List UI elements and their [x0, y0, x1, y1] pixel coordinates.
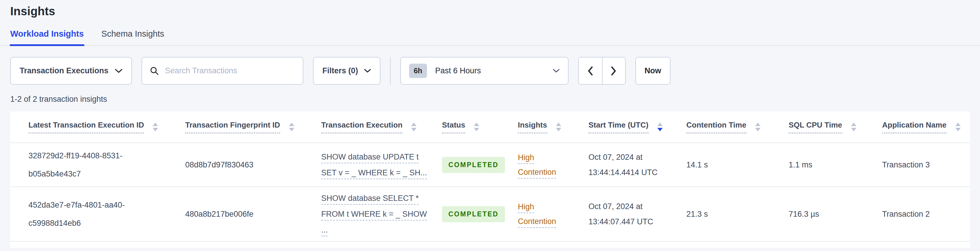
page-title: Insights	[10, 5, 980, 18]
application-name: Transaction 3	[882, 160, 930, 169]
chevron-down-icon	[553, 69, 560, 73]
column-header-contention-time[interactable]: Contention Time	[686, 120, 746, 133]
time-range-label: Past 6 Hours	[435, 66, 544, 75]
tab-workload-insights[interactable]: Workload Insights	[10, 29, 84, 45]
transaction-execution-link[interactable]: SET v = _ WHERE k = _ SH...	[321, 165, 427, 181]
status-badge: COMPLETED	[442, 206, 505, 222]
transaction-execution-link[interactable]: SHOW database SELECT *	[321, 190, 419, 206]
chevron-down-icon	[364, 69, 371, 73]
tab-schema-insights[interactable]: Schema Insights	[102, 29, 164, 45]
table-footer	[10, 241, 970, 248]
chevron-down-icon	[115, 69, 123, 73]
table-row: 328729d2-ff19-4408-8531-b05a5b4e43c7 08d…	[10, 143, 970, 187]
start-time: Oct 07, 2024 at 13:44:07.447 UTC	[589, 199, 675, 229]
sort-icon[interactable]	[411, 123, 417, 131]
contention-time: 14.1 s	[686, 160, 708, 169]
time-range-badge: 6h	[409, 64, 427, 78]
now-button-label: Now	[644, 66, 661, 75]
next-range-button[interactable]	[602, 58, 625, 84]
column-header-transaction-execution[interactable]: Transaction Execution	[321, 120, 402, 133]
chevron-left-icon	[587, 66, 593, 76]
transaction-execution-link[interactable]: FROM t WHERE k = _ SHOW	[321, 206, 427, 222]
search-icon	[150, 66, 159, 76]
sql-cpu-time: 1.1 ms	[789, 160, 812, 169]
tab-bar: Workload Insights Schema Insights	[0, 29, 980, 46]
search-input[interactable]	[165, 66, 295, 75]
latest-execution-id: 452da3e7-e7fa-4801-aa40-c59988d14eb6	[29, 196, 166, 232]
tab-label: Schema Insights	[102, 29, 164, 38]
sort-icon[interactable]	[289, 123, 294, 131]
time-range-picker[interactable]: 6h Past 6 Hours	[400, 57, 568, 85]
filters-button-label: Filters (0)	[322, 66, 358, 75]
column-header-latest-execution-id[interactable]: Latest Transaction Execution ID	[29, 120, 144, 133]
table-row: 452da3e7-e7fa-4801-aa40-c59988d14eb6 480…	[10, 187, 970, 241]
column-header-fingerprint-id[interactable]: Transaction Fingerprint ID	[185, 120, 280, 133]
search-box	[142, 57, 303, 85]
time-range-pager	[578, 57, 626, 85]
transaction-execution-link[interactable]: ...	[321, 222, 328, 238]
sort-icon[interactable]	[474, 123, 479, 131]
toolbar-divider	[390, 57, 391, 85]
view-type-dropdown[interactable]: Transaction Executions	[10, 57, 132, 85]
sort-icon[interactable]	[556, 123, 561, 131]
start-time: Oct 07, 2024 at 13:44:14.4414 UTC	[589, 150, 675, 180]
sort-icon[interactable]	[755, 123, 760, 131]
transaction-execution-link[interactable]: SHOW database UPDATE t	[321, 149, 419, 165]
contention-time: 21.3 s	[686, 209, 708, 219]
insights-table: Latest Transaction Execution ID Transact…	[10, 112, 970, 248]
results-count: 1-2 of 2 transaction insights	[10, 95, 980, 104]
column-header-sql-cpu-time[interactable]: SQL CPU Time	[789, 120, 842, 133]
column-header-insights[interactable]: Insights	[518, 120, 547, 133]
status-badge: COMPLETED	[442, 157, 505, 173]
sort-icon[interactable]	[955, 123, 961, 131]
fingerprint-id: 08d8b7d97f830463	[185, 160, 253, 169]
insight-link[interactable]: High Contention	[518, 200, 565, 229]
sort-icon[interactable]	[851, 123, 856, 131]
tab-label: Workload Insights	[10, 29, 84, 38]
latest-execution-id: 328729d2-ff19-4408-8531-b05a5b4e43c7	[29, 147, 166, 183]
fingerprint-id: 480a8b217be006fe	[185, 209, 253, 219]
chevron-right-icon	[611, 66, 617, 76]
view-type-dropdown-label: Transaction Executions	[20, 66, 108, 75]
sql-cpu-time: 716.3 µs	[789, 209, 819, 219]
filters-button[interactable]: Filters (0)	[313, 57, 380, 85]
column-header-status[interactable]: Status	[442, 120, 465, 133]
column-header-start-time[interactable]: Start Time (UTC)	[589, 120, 649, 133]
table-header-row: Latest Transaction Execution ID Transact…	[10, 112, 970, 143]
now-button[interactable]: Now	[635, 57, 671, 85]
toolbar: Transaction Executions Filters (0) 6h Pa…	[10, 57, 980, 85]
sort-icon[interactable]	[153, 123, 158, 131]
column-header-application-name[interactable]: Application Name	[882, 120, 947, 133]
application-name: Transaction 2	[882, 209, 930, 219]
sort-icon-active-desc[interactable]	[657, 123, 663, 131]
insight-link[interactable]: High Contention	[518, 150, 565, 179]
previous-range-button[interactable]	[579, 58, 602, 84]
